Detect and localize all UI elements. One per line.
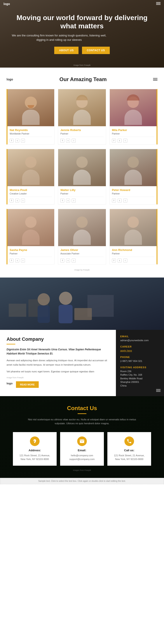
twitter-icon-jennie[interactable]: t: [66, 139, 70, 142]
twitter-icon-monica[interactable]: t: [15, 198, 19, 202]
team-section-header: logo Our Amazing Team: [7, 76, 157, 82]
instagram-icon-monica[interactable]: i: [21, 198, 25, 202]
facebook-icon-ann[interactable]: f: [112, 258, 116, 262]
about-top-image: [0, 278, 164, 330]
instagram-icon-mila[interactable]: i: [123, 139, 127, 142]
twitter-icon-peter[interactable]: t: [118, 198, 122, 202]
twitter-icon-mila[interactable]: t: [118, 139, 122, 142]
contact-section: Contact Us Nisi nisl scelerisque eu ultr…: [0, 396, 164, 478]
member-social-nat: f t i: [10, 139, 52, 142]
email-card-text: hello@company.comsupport@company.com: [64, 454, 100, 461]
facebook-icon-walter[interactable]: f: [60, 198, 64, 202]
team-grid: Nat Reynolds Worldwide Partner f t i: [7, 89, 157, 264]
about-body-text2: Vel pharetra vel turpis nunc eget lorem.…: [7, 370, 109, 374]
career-value: apply here: [120, 349, 160, 352]
instagram-icon-walter[interactable]: i: [72, 198, 76, 202]
twitter-icon-james[interactable]: t: [66, 258, 70, 262]
team-card-img-sasha: [8, 209, 54, 246]
member-role-sasha: Partner: [10, 252, 52, 255]
facebook-icon-nat[interactable]: f: [10, 139, 14, 142]
sample-text-footer[interactable]: Sample text. Click to select the text bo…: [0, 478, 164, 484]
instagram-icon-ann[interactable]: i: [123, 258, 127, 262]
about-image-credit: Image from Freepik: [7, 376, 109, 379]
phone-value: (+987) 987 654 321: [120, 359, 160, 363]
member-social-mila: f t i: [112, 139, 154, 142]
team-card-img-mila: [110, 89, 156, 126]
about-right-panel: EMAIL adrian@yourwebsite.com CAREER appl…: [116, 330, 164, 396]
about-left-panel: About Company Dignissim Enim Sit Amet Ve…: [0, 330, 116, 396]
facebook-icon-jennie[interactable]: f: [60, 139, 64, 142]
hero-section: logo Moving our world forward by deliver…: [0, 0, 164, 68]
svg-rect-8: [74, 308, 92, 320]
team-card-walter: Walter Lilly Partner f t i: [58, 149, 106, 204]
contact-image-credit: Images from Freepik: [7, 469, 157, 471]
member-name-mila: Mila Parker: [112, 128, 154, 132]
contact-us-button[interactable]: CONTACT US: [82, 47, 110, 54]
facebook-icon-james[interactable]: f: [60, 258, 64, 262]
phone-icon: [124, 436, 134, 446]
team-menu-icon[interactable]: [153, 78, 157, 81]
member-social-walter: f t i: [60, 198, 103, 202]
workers-photo: [0, 278, 164, 330]
facebook-icon-peter[interactable]: f: [112, 198, 116, 202]
twitter-icon-nat[interactable]: t: [15, 139, 19, 142]
member-role-peter: Partner: [112, 192, 154, 195]
team-card-img-peter: [110, 149, 156, 186]
team-card-nat: Nat Reynolds Worldwide Partner f t i: [7, 89, 54, 144]
hero-menu-icon[interactable]: [156, 2, 160, 5]
facebook-icon-monica[interactable]: f: [10, 198, 14, 202]
member-name-ann: Ann Richmond: [112, 248, 154, 252]
team-card-mila: Mila Parker Partner f t i: [110, 89, 157, 144]
team-card-img-nat: [8, 89, 54, 126]
email-card-title: Email:: [64, 449, 100, 452]
email-value: adrian@yourwebsite.com: [120, 338, 160, 342]
career-label: CAREER: [120, 345, 160, 348]
svg-rect-1: [9, 304, 26, 317]
member-social-sasha: f t i: [10, 258, 52, 262]
team-card-img-ann: [110, 209, 156, 246]
instagram-icon-sasha[interactable]: i: [21, 258, 25, 262]
contact-text: Nisi nisl scelerisque eu ultrices vitae …: [27, 418, 137, 426]
phone-card-text: 121 Rock Street, 21 Avenue,New York, NY …: [111, 454, 148, 461]
apply-here-link[interactable]: apply here: [120, 349, 132, 352]
member-name-sasha: Sasha Payne: [10, 248, 52, 252]
contact-divider: [78, 413, 86, 414]
about-content: About Company Dignissim Enim Sit Amet Ve…: [0, 330, 164, 396]
member-name-monica: Monica Pouli: [10, 188, 52, 192]
member-role-james: Associate Partner: [60, 252, 103, 255]
instagram-icon-nat[interactable]: i: [21, 139, 25, 142]
team-logo: logo: [7, 78, 13, 81]
about-logo: logo: [7, 382, 13, 385]
contact-card-address: Address: 121 Rock Street, 21 Avenue,New …: [13, 432, 57, 466]
about-menu-icon[interactable]: [156, 389, 160, 392]
instagram-icon-peter[interactable]: i: [123, 198, 127, 202]
about-body-text1: Aenean sed adipiscing diam donec adipisc…: [7, 358, 109, 367]
team-card-img-monica: [8, 149, 54, 186]
twitter-icon-walter[interactable]: t: [66, 198, 70, 202]
hero-title: Moving our world forward by delivering w…: [9, 14, 155, 30]
address-card-title: Address:: [16, 449, 53, 452]
contact-title: Contact Us: [7, 405, 157, 412]
facebook-icon-sasha[interactable]: f: [10, 258, 14, 262]
team-card-james: James Oliver Associate Partner f t i: [58, 209, 106, 264]
team-card-img-walter: [58, 149, 106, 186]
facebook-icon-mila[interactable]: f: [112, 139, 116, 142]
svg-point-4: [38, 293, 50, 306]
phone-label: PHONE: [120, 356, 160, 358]
hero-image-credit: Image from Freepik: [73, 64, 91, 66]
instagram-icon-jennie[interactable]: i: [72, 139, 76, 142]
instagram-icon-james[interactable]: i: [72, 258, 76, 262]
address-label: VISITING ADDRESS: [120, 366, 160, 369]
phone-card-title: Call us:: [111, 449, 148, 452]
member-name-james: James Oliver: [60, 248, 103, 252]
team-card-ann: Ann Richmond Partner f t i: [110, 209, 157, 264]
about-us-button[interactable]: ABOUT US: [54, 47, 78, 54]
twitter-icon-sasha[interactable]: t: [15, 258, 19, 262]
read-more-button[interactable]: READ MORE: [16, 381, 38, 388]
member-social-peter: f t i: [112, 198, 154, 202]
email-icon: [77, 436, 87, 446]
twitter-icon-ann[interactable]: t: [118, 258, 122, 262]
email-label: EMAIL: [120, 335, 160, 338]
member-social-jennie: f t i: [60, 139, 103, 142]
team-card-sasha: Sasha Payne Partner f t i: [7, 209, 54, 264]
